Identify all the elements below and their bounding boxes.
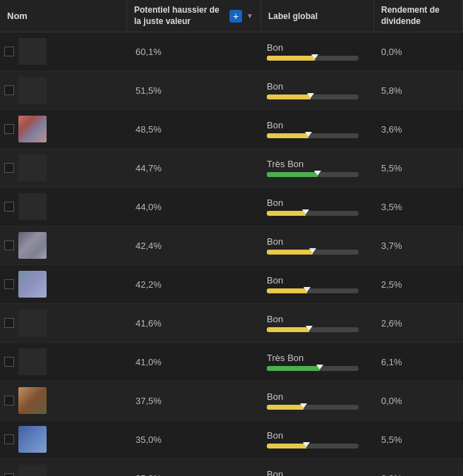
gauge-marker-icon [316,365,323,370]
label-text: Bon [267,391,368,402]
gauge-fill [267,405,303,410]
row-nom-cell [0,304,127,342]
label-text: Bon [267,197,368,208]
gauge-fill [267,444,306,448]
table-row: 42,4%Bon3,7% [0,226,463,265]
sort-arrow-icon: ▼ [246,12,253,20]
row-rendement-cell: 5,5% [374,432,463,448]
row-potentiel-cell: 44,0% [127,199,261,215]
row-rendement-cell: 5,5% [374,160,463,176]
row-label-cell: Bon [261,272,374,296]
row-nom-cell [0,226,127,264]
data-table: Nom Potentiel haussier de la juste valeu… [0,0,463,476]
company-placeholder [18,348,47,375]
label-text: Très Bon [267,159,368,169]
header-rendement-text: Rendement de dividende [381,5,455,27]
gauge-fill [267,133,308,138]
gauge-bar [267,172,359,177]
row-checkbox[interactable] [4,202,14,212]
row-checkbox[interactable] [4,85,14,95]
row-rendement-cell: 6,1% [374,354,463,370]
row-potentiel-cell: 44,7% [127,160,261,176]
row-rendement-cell: 3,6% [374,121,463,138]
row-potentiel-cell: 60,1% [127,44,261,60]
label-text: Bon [267,469,368,476]
row-checkbox[interactable] [4,434,14,444]
row-checkbox[interactable] [4,47,14,56]
gauge-fill [267,172,318,177]
company-placeholder [18,154,47,181]
row-label-cell: Très Bon [261,350,374,374]
row-rendement-cell: 0,0% [374,393,463,409]
row-checkbox[interactable] [4,318,14,328]
row-nom-cell [0,71,127,109]
gauge-bar [267,366,359,371]
row-checkbox[interactable] [4,124,14,134]
table-row: 41,6%Bon2,6% [0,304,463,343]
header-label: Label global [261,0,374,32]
gauge-fill [267,327,309,332]
gauge-fill [267,288,307,293]
row-checkbox[interactable] [4,163,14,173]
row-rendement-cell: 0,0% [374,470,463,477]
label-text: Bon [267,236,368,247]
header-nom: Nom [0,0,127,32]
gauge-fill [267,250,313,255]
gauge-marker-icon [300,403,307,408]
company-thumbnail [18,232,47,259]
header-potentiel: Potentiel haussier de la juste valeur + … [127,0,261,32]
gauge-bar [267,94,359,99]
label-text: Bon [267,430,368,441]
row-nom-cell [0,188,127,226]
company-thumbnail [18,116,47,142]
row-nom-cell [0,382,127,420]
gauge-fill [267,366,320,371]
row-label-cell: Bon [261,78,374,102]
gauge-fill [267,94,311,99]
row-label-cell: Bon [261,117,374,141]
row-checkbox[interactable] [4,240,14,250]
row-potentiel-cell: 35,0% [127,470,261,477]
table-body: 60,1%Bon0,0%51,5%Bon5,8%48,5%Bon3,6%44,7… [0,32,463,476]
gauge-marker-icon [305,132,312,137]
row-rendement-cell: 2,5% [374,276,463,293]
table-header: Nom Potentiel haussier de la juste valeu… [0,0,463,32]
row-potentiel-cell: 41,0% [127,354,261,370]
row-checkbox[interactable] [4,279,14,289]
row-checkbox[interactable] [4,396,14,405]
row-label-cell: Bon [261,311,374,335]
row-label-cell: Bon [261,389,374,413]
header-rendement: Rendement de dividende [374,0,463,32]
gauge-bar [267,288,359,293]
company-placeholder [18,465,47,476]
table-row: 51,5%Bon5,8% [0,71,463,110]
row-potentiel-cell: 42,2% [127,276,261,293]
gauge-bar [267,250,359,255]
company-placeholder [18,77,47,104]
row-nom-cell [0,343,127,381]
label-text: Bon [267,81,368,92]
gauge-marker-icon [314,171,321,176]
company-thumbnail [18,426,47,453]
gauge-bar [267,444,359,448]
gauge-marker-icon [307,93,314,98]
row-label-cell: Bon [261,466,374,476]
row-potentiel-cell: 48,5% [127,121,261,138]
label-text: Très Bon [267,353,368,363]
gauge-bar [267,327,359,332]
label-text: Bon [267,275,368,286]
table-row: 48,5%Bon3,6% [0,110,463,149]
row-nom-cell [0,32,127,71]
table-row: 44,7%Très Bon5,5% [0,149,463,188]
add-column-button[interactable]: + [229,10,242,23]
row-label-cell: Bon [261,195,374,219]
row-checkbox[interactable] [4,357,14,367]
row-checkbox[interactable] [4,473,14,476]
gauge-marker-icon [311,54,318,59]
table-row: 35,0%Bon5,5% [0,420,463,459]
company-placeholder [18,38,47,65]
gauge-fill [267,56,315,61]
row-label-cell: Bon [261,233,374,257]
gauge-marker-icon [303,287,311,292]
table-row: 44,0%Bon3,5% [0,188,463,226]
